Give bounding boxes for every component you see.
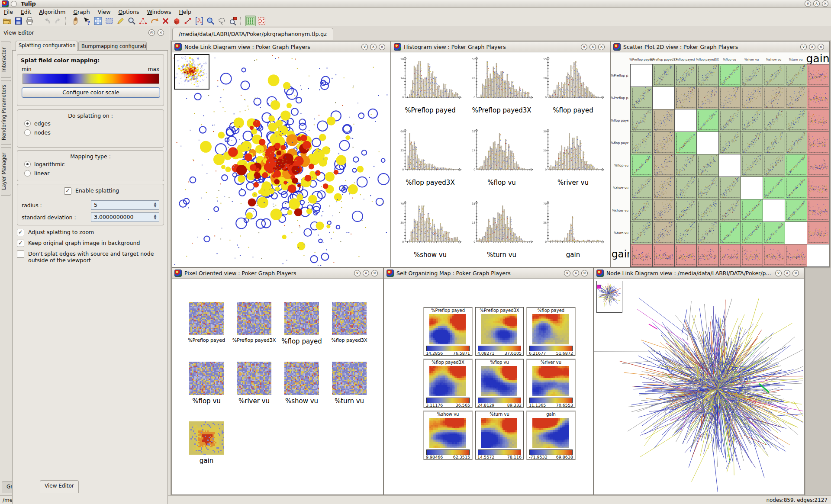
scatter-cell-1-7[interactable] xyxy=(785,87,807,109)
pixel-titlebar[interactable]: Pixel Oriented view : Poker Graph Player… xyxy=(172,268,383,279)
histogram-gain[interactable]: gain xyxy=(538,199,608,259)
radius-spinbox[interactable]: 5 ▲▼ xyxy=(91,200,159,210)
maximize-icon[interactable]: ∧ xyxy=(784,270,790,276)
do-splatting-nodes[interactable]: nodes xyxy=(17,128,164,137)
close-icon[interactable]: × xyxy=(371,270,378,276)
checkbox-icon[interactable]: ✓ xyxy=(17,229,24,236)
scatter-cell-2-8[interactable] xyxy=(807,109,829,132)
configure-color-scale-button[interactable]: Configure color scale xyxy=(22,87,160,98)
scatter-cell-5-0[interactable] xyxy=(631,177,652,199)
maximize-icon[interactable]: ∧ xyxy=(589,44,596,50)
scatter-cell-3-2[interactable] xyxy=(675,132,696,154)
scatter-cell-6-5[interactable] xyxy=(741,199,763,222)
scatter-titlebar[interactable]: Scatter Plot 2D view : Poker Graph Playe… xyxy=(611,42,829,52)
pixel-tile-showvu[interactable] xyxy=(284,362,319,395)
histogram-canvas[interactable] xyxy=(469,55,534,104)
mapping-type-linear[interactable]: linear xyxy=(17,169,164,178)
graph-tab[interactable]: /media/data/LABRI/DATA/Poker/pkrgraphano… xyxy=(172,28,333,40)
scatter-cell-4-8[interactable] xyxy=(807,154,829,177)
zoom-tool-icon[interactable] xyxy=(126,16,137,26)
overview-thumbnail[interactable] xyxy=(174,54,209,90)
scatter-cell-2-0[interactable] xyxy=(631,109,652,132)
histogram-Prefloppayed3X[interactable]: %Preflop payed3X xyxy=(467,55,536,114)
maximize-icon[interactable]: ∧ xyxy=(573,270,579,276)
close-icon[interactable]: × xyxy=(822,0,828,7)
app-titlebar[interactable]: Tulip ∨ ∧ × xyxy=(0,0,831,8)
scatter-cell-2-3[interactable] xyxy=(697,109,718,132)
scatter-cell-1-2[interactable] xyxy=(675,87,696,109)
rect-selection-tool-icon[interactable] xyxy=(104,16,115,26)
whats-this-icon[interactable]: ? xyxy=(81,16,92,26)
scatter-cell-7-1[interactable] xyxy=(653,222,674,244)
dock-tab-view-editor[interactable]: View Editor xyxy=(40,480,79,493)
scatter-cell-1-0[interactable] xyxy=(631,87,652,109)
histogram-floppayed3X[interactable]: %flop payed3X xyxy=(396,127,465,186)
tab-splatting-configuration[interactable]: Splatting configuration xyxy=(16,41,77,51)
restore-icon[interactable]: ∧ xyxy=(813,0,820,7)
do-splatting-radio-nodes[interactable] xyxy=(24,129,31,136)
shade-icon[interactable]: ∨ xyxy=(354,270,361,276)
scatter-cell-4-1[interactable] xyxy=(653,154,674,177)
scatter-cell-8-6[interactable] xyxy=(763,244,785,266)
histogram-canvas[interactable] xyxy=(398,55,463,104)
menu-algorithm[interactable]: Algorithm xyxy=(35,8,69,16)
do-splatting-edges[interactable]: edges xyxy=(17,119,164,128)
scatter-cell-6-0[interactable] xyxy=(631,199,652,222)
menu-graph[interactable]: Graph xyxy=(69,8,93,16)
dock-float-icon[interactable]: ◎ xyxy=(148,29,155,36)
pixel-tile-floppayed[interactable] xyxy=(284,302,319,335)
dock-close-icon[interactable]: × xyxy=(158,29,164,36)
node-link2-canvas[interactable] xyxy=(594,279,803,494)
shade-icon[interactable]: ∨ xyxy=(564,270,570,276)
close-icon[interactable]: × xyxy=(792,270,799,276)
scatter-cell-7-7[interactable] xyxy=(785,222,807,244)
scatter-cell-0-5[interactable] xyxy=(741,64,763,87)
scatter-cell-5-1[interactable] xyxy=(653,177,674,199)
scatter-cell-2-4[interactable] xyxy=(719,109,741,132)
scatter-cell-4-7[interactable] xyxy=(785,154,807,177)
scatter-cell-0-3[interactable] xyxy=(697,64,718,87)
delete-tool-icon[interactable] xyxy=(160,16,171,26)
scatter-cell-2-7[interactable] xyxy=(785,109,807,132)
histogram-canvas[interactable] xyxy=(398,199,463,248)
close-icon[interactable]: × xyxy=(818,44,824,50)
open-file-icon[interactable] xyxy=(2,16,13,26)
scatter-cell-7-5[interactable] xyxy=(741,222,763,244)
scatter-cell-1-6[interactable] xyxy=(763,87,785,109)
scatter-cell-5-6[interactable] xyxy=(763,177,785,199)
spinner-arrows-icon[interactable]: ▲▼ xyxy=(152,202,158,209)
scatter-cell-2-1[interactable] xyxy=(653,109,674,132)
scatter-cell-3-4[interactable] xyxy=(719,132,741,154)
scatter-cell-3-0[interactable] xyxy=(631,132,652,154)
scatter-cell-5-8[interactable] xyxy=(807,177,829,199)
scatter-cell-6-2[interactable] xyxy=(675,199,696,222)
checkbox-icon[interactable] xyxy=(17,250,24,258)
mapping-type-logarithmic[interactable]: logarithmic xyxy=(17,160,164,169)
scatter-cell-6-4[interactable] xyxy=(719,199,741,222)
som-tile-floppayed3X[interactable]: %flop payed3X3.1117636.565 xyxy=(424,359,472,408)
mapping-type-radio-logarithmic[interactable] xyxy=(24,161,31,167)
option-check-2[interactable]: Don't splat edges with source and target… xyxy=(14,249,157,265)
pixel-tile-floppayed3X[interactable] xyxy=(332,302,367,335)
menu-file[interactable]: File xyxy=(0,8,17,16)
node-link2-titlebar[interactable]: Node Link Diagram view : /media/data/LAB… xyxy=(594,268,804,279)
scatter-cell-8-4[interactable] xyxy=(719,244,741,266)
pixel-tile-gain[interactable] xyxy=(189,421,224,455)
scatter-cell-7-4[interactable] xyxy=(719,222,741,244)
scatter-cell-0-6[interactable] xyxy=(763,64,785,87)
tab-bumpmapping-configuration[interactable]: Bumpmapping configuration xyxy=(78,42,147,51)
pen-tool-icon[interactable] xyxy=(115,16,126,26)
histogram-canvas[interactable] xyxy=(541,199,606,248)
rotate-tool-icon[interactable] xyxy=(149,16,160,26)
pan-tool-icon[interactable] xyxy=(70,16,81,26)
histogram-canvas[interactable] xyxy=(541,55,606,104)
scatter-cell-0-8[interactable] xyxy=(807,64,829,87)
grid-alt-tool-icon[interactable] xyxy=(256,16,267,26)
scatter-cell-0-7[interactable] xyxy=(785,64,807,87)
checkbox-icon[interactable]: ✓ xyxy=(17,240,24,247)
side-tab-interactor[interactable]: Interactor xyxy=(1,42,11,78)
close-icon[interactable]: × xyxy=(379,44,385,50)
lasso-tool-icon[interactable] xyxy=(216,16,227,26)
scatter-cell-4-2[interactable] xyxy=(675,154,696,177)
enable-splatting-checkbox[interactable]: ✓ xyxy=(64,187,71,195)
